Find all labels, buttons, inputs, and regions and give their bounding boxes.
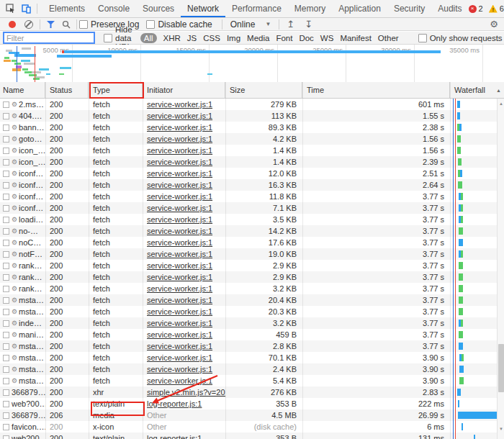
tab-elements[interactable]: Elements xyxy=(42,0,91,17)
table-row[interactable]: ⚙icon_…200fetchservice-worker.js:11.4 KB… xyxy=(0,156,504,168)
request-name-cell[interactable]: ⚙iconf… xyxy=(0,191,45,202)
table-row[interactable]: ⚙msta…200fetchservice-worker.js:120.4 KB… xyxy=(0,294,504,306)
table-row[interactable]: ⚙msta…200fetchservice-worker.js:15.4 KB3… xyxy=(0,375,504,386)
initiator[interactable]: service-worker.js:1 xyxy=(147,261,212,270)
table-row[interactable]: ⚙404.…200fetchservice-worker.js:1113 KB1… xyxy=(0,110,504,122)
type-filter-css[interactable]: CSS xyxy=(203,34,220,42)
table-row[interactable]: ⚙rank…200fetchservice-worker.js:13.2 KB3… xyxy=(0,283,504,294)
tab-memory[interactable]: Memory xyxy=(288,0,332,17)
initiator[interactable]: service-worker.js:1 xyxy=(147,330,212,339)
request-name-cell[interactable]: ⚙rank… xyxy=(0,283,45,294)
type-filter-img[interactable]: Img xyxy=(227,34,240,42)
column-header-initiator[interactable]: Initiator xyxy=(143,82,225,98)
initiator[interactable]: service-worker.js:1 xyxy=(147,273,212,281)
request-name-cell[interactable]: ⚙bann… xyxy=(0,122,45,133)
preserve-log-checkbox[interactable] xyxy=(79,20,88,29)
initiator[interactable]: service-worker.js:1 xyxy=(147,215,212,224)
export-har-icon[interactable]: ↧ xyxy=(305,19,312,30)
type-filter-font[interactable]: Font xyxy=(276,34,292,42)
table-row[interactable]: 366879…206mediaOther4.5 MB26.99 s xyxy=(0,409,504,421)
request-name-cell[interactable]: ⚙msta… xyxy=(0,306,45,317)
type-filter-media[interactable]: Media xyxy=(247,34,269,42)
table-row[interactable]: ⚙goto…200fetchservice-worker.js:14.2 KB1… xyxy=(0,133,504,145)
column-header-time[interactable]: Time xyxy=(302,82,450,98)
request-name-cell[interactable]: ⚙msta… xyxy=(0,294,45,306)
request-name-cell[interactable]: ⚙msta… xyxy=(0,363,45,375)
request-name-cell[interactable]: ⚙rank… xyxy=(0,260,45,271)
table-row[interactable]: ⚙noC…200fetchservice-worker.js:117.6 KB3… xyxy=(0,237,504,248)
type-filter-js[interactable]: JS xyxy=(187,34,197,42)
initiator[interactable]: simple.v2.min.js?v=20190… xyxy=(147,388,225,397)
request-name-cell[interactable]: ⚙noC… xyxy=(0,237,45,248)
scroll-up-icon[interactable]: ▲ xyxy=(498,101,504,106)
initiator[interactable]: log-reporter.js:1 xyxy=(147,399,202,408)
initiator[interactable]: service-worker.js:1 xyxy=(147,319,212,327)
throttling-dropdown[interactable]: Online ▼ xyxy=(230,19,271,30)
request-name-cell[interactable]: ⚙iconf… xyxy=(0,179,45,191)
inspect-element-icon[interactable] xyxy=(3,1,19,16)
table-row[interactable]: 366879…200xhrsimple.v2.min.js?v=20190…27… xyxy=(0,386,504,398)
initiator[interactable]: service-worker.js:1 xyxy=(147,342,212,350)
initiator[interactable]: service-worker.js:1 xyxy=(147,238,212,247)
request-name-cell[interactable]: ⚙2.ms… xyxy=(0,99,45,110)
initiator[interactable]: service-worker.js:1 xyxy=(147,284,212,293)
initiator[interactable]: service-worker.js:1 xyxy=(147,112,212,120)
tab-sources[interactable]: Sources xyxy=(136,0,181,17)
type-filter-xhr[interactable]: XHR xyxy=(163,34,181,42)
scroll-down-icon[interactable]: ▼ xyxy=(498,427,504,431)
import-har-icon[interactable]: ↥ xyxy=(287,19,294,30)
clear-icon[interactable] xyxy=(24,20,33,29)
filter-input[interactable] xyxy=(3,32,95,44)
initiator[interactable]: service-worker.js:1 xyxy=(147,181,212,189)
request-name-cell[interactable]: ⚙msta… xyxy=(0,352,45,363)
initiator[interactable]: service-worker.js:1 xyxy=(147,307,212,316)
table-row[interactable]: ⚙notF…200fetchservice-worker.js:119.0 KB… xyxy=(0,248,504,260)
initiator[interactable]: log-reporter.js:1 xyxy=(147,434,202,439)
record-icon[interactable] xyxy=(9,21,16,28)
search-icon[interactable] xyxy=(58,17,74,32)
type-filter-other[interactable]: Other xyxy=(378,34,399,42)
table-row[interactable]: ⚙iconf…200fetchservice-worker.js:116.3 K… xyxy=(0,179,504,191)
timeline-overview[interactable]: 5000 ms10000 ms15000 ms20000 ms25000 ms3… xyxy=(0,45,504,83)
request-name-cell[interactable]: ⚙notF… xyxy=(0,248,45,260)
table-row[interactable]: web?00…200text/plainlog-reporter.js:1353… xyxy=(0,398,504,409)
warning-badge[interactable]: ! 6 xyxy=(489,4,504,13)
column-header-status[interactable]: Status xyxy=(45,82,89,98)
table-row[interactable]: ⚙rank…200fetchservice-worker.js:12.9 KB3… xyxy=(0,260,504,271)
scrollbar-thumb[interactable] xyxy=(498,344,504,392)
table-row[interactable]: ⚙msta…200fetchservice-worker.js:12.4 KB3… xyxy=(0,363,504,375)
type-filter-doc[interactable]: Doc xyxy=(299,34,313,42)
initiator[interactable]: service-worker.js:1 xyxy=(147,158,212,166)
initiator[interactable]: service-worker.js:1 xyxy=(147,192,212,201)
initiator[interactable]: service-worker.js:1 xyxy=(147,353,212,362)
request-name-cell[interactable]: web?00… xyxy=(0,433,45,439)
type-filter-ws[interactable]: WS xyxy=(320,34,334,42)
request-name-cell[interactable]: web?00… xyxy=(0,398,45,409)
initiator[interactable]: service-worker.js:1 xyxy=(147,146,212,155)
hide-data-urls-checkbox[interactable] xyxy=(104,34,112,42)
vertical-scrollbar[interactable]: ▲ ▼ xyxy=(497,99,504,439)
initiator[interactable]: service-worker.js:1 xyxy=(147,376,212,385)
request-name-cell[interactable]: 366879… xyxy=(0,409,45,421)
request-name-cell[interactable]: ⚙iconf… xyxy=(0,202,45,214)
table-row[interactable]: favicon.…200x-iconOther(disk cache)6 ms xyxy=(0,421,504,433)
table-row[interactable]: ⚙2.ms…200fetchservice-worker.js:1279 KB6… xyxy=(0,99,504,110)
tab-console[interactable]: Console xyxy=(91,0,136,17)
tab-performance[interactable]: Performance xyxy=(225,0,288,17)
request-name-cell[interactable]: ⚙no-… xyxy=(0,225,45,237)
initiator[interactable]: service-worker.js:1 xyxy=(147,123,212,132)
tab-security[interactable]: Security xyxy=(387,0,431,17)
initiator[interactable]: service-worker.js:1 xyxy=(147,227,212,235)
samesite-checkbox[interactable] xyxy=(418,34,427,42)
table-row[interactable]: web?00…200text/plainlog-reporter.js:1353… xyxy=(0,433,504,439)
initiator[interactable]: service-worker.js:1 xyxy=(147,250,212,258)
request-name-cell[interactable]: ⚙mani… xyxy=(0,329,45,340)
initiator[interactable]: service-worker.js:1 xyxy=(147,365,212,374)
disable-cache-checkbox[interactable] xyxy=(146,20,155,29)
request-name-cell[interactable]: ⚙rank… xyxy=(0,271,45,283)
type-filter-all[interactable]: All xyxy=(140,33,157,43)
table-row[interactable]: ⚙iconf…200fetchservice-worker.js:112.0 K… xyxy=(0,168,504,179)
request-name-cell[interactable]: ⚙loadi… xyxy=(0,214,45,225)
request-name-cell[interactable]: ⚙msta… xyxy=(0,375,45,386)
initiator[interactable]: service-worker.js:1 xyxy=(147,204,212,212)
